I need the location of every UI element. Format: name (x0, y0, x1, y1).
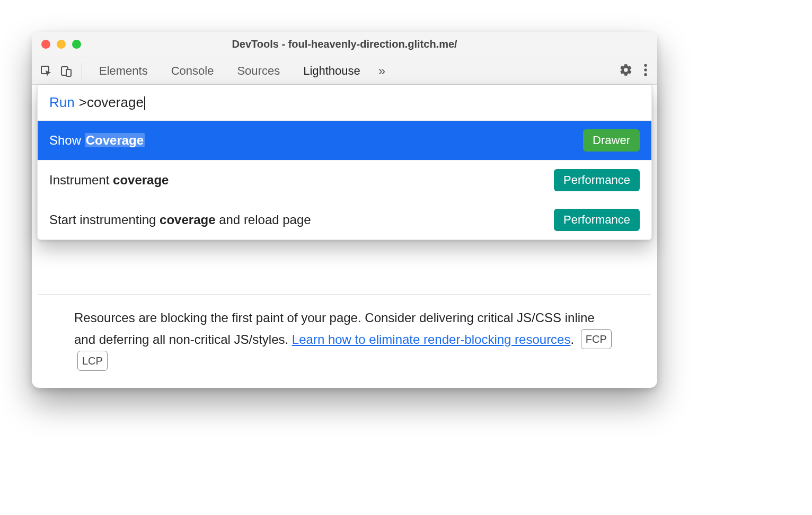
device-toolbar-icon[interactable] (56, 61, 76, 81)
more-options-icon[interactable] (638, 63, 653, 79)
devtools-window: DevTools - foul-heavenly-direction.glitc… (32, 32, 657, 388)
command-results-list: Show Coverage Drawer Instrument coverage… (38, 121, 651, 239)
command-query: >coverage (79, 94, 145, 111)
main-toolbar: Elements Console Sources Lighthouse » (32, 57, 657, 85)
command-item-label: Start instrumenting coverage and reload … (49, 212, 311, 227)
traffic-lights (32, 40, 81, 49)
tab-sources[interactable]: Sources (225, 57, 292, 85)
command-item-start-instrumenting[interactable]: Start instrumenting coverage and reload … (38, 200, 651, 239)
svg-point-4 (644, 68, 647, 71)
inspect-element-icon[interactable] (36, 61, 56, 81)
audit-text-tail: . (570, 332, 577, 347)
tab-lighthouse[interactable]: Lighthouse (292, 57, 372, 85)
command-item-badge: Drawer (583, 129, 640, 152)
zoom-window-button[interactable] (72, 40, 81, 49)
toolbar-divider (82, 63, 82, 79)
titlebar: DevTools - foul-heavenly-direction.glitc… (32, 32, 657, 57)
command-input[interactable]: Run >coverage (38, 85, 651, 121)
command-item-show-coverage[interactable]: Show Coverage Drawer (38, 121, 651, 161)
audit-description: Resources are blocking the first paint o… (32, 307, 657, 372)
svg-point-3 (644, 64, 647, 66)
window-title: DevTools - foul-heavenly-direction.glitc… (32, 38, 657, 50)
close-window-button[interactable] (41, 40, 50, 49)
command-item-badge: Performance (554, 209, 640, 231)
minimize-window-button[interactable] (57, 40, 66, 49)
metric-chip-fcp: FCP (581, 329, 612, 349)
tab-console[interactable]: Console (160, 57, 226, 85)
metric-chip-lcp: LCP (77, 351, 108, 371)
panel-content: Run >coverage Show Coverage Drawer Instr… (32, 85, 657, 388)
svg-rect-2 (66, 69, 71, 76)
more-tabs-icon[interactable]: » (372, 64, 392, 78)
svg-point-5 (644, 73, 647, 75)
horizontal-rule (38, 294, 651, 295)
command-prefix: Run (49, 94, 75, 111)
command-item-badge: Performance (554, 169, 640, 191)
command-item-label: Instrument coverage (49, 173, 169, 188)
command-menu: Run >coverage Show Coverage Drawer Instr… (37, 85, 652, 240)
command-item-label: Show Coverage (49, 133, 145, 148)
settings-gear-icon[interactable] (614, 63, 638, 79)
learn-more-link[interactable]: Learn how to eliminate render-blocking r… (292, 332, 571, 347)
command-item-instrument-coverage[interactable]: Instrument coverage Performance (38, 161, 651, 200)
tab-elements[interactable]: Elements (87, 57, 160, 85)
